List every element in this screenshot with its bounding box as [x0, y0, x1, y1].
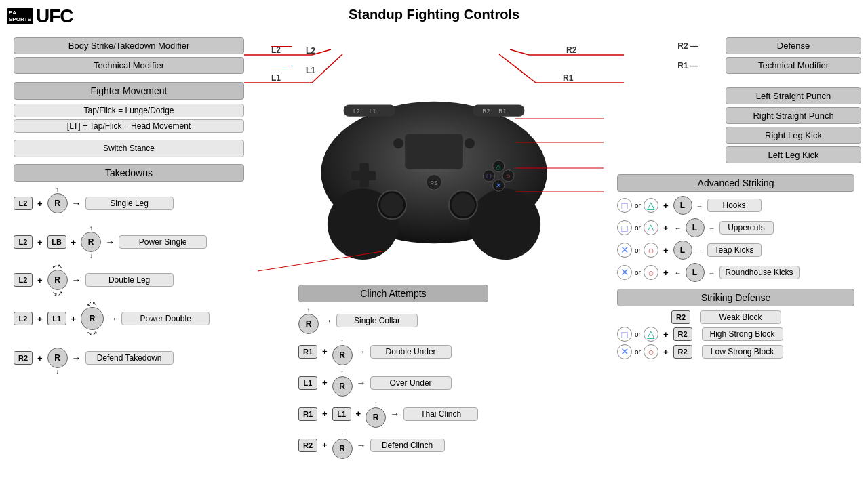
- cross-icon-roundhouse: ✕: [617, 265, 632, 280]
- single-collar-row: ↑ R → Single Collar: [298, 306, 495, 334]
- r-stick-du: R: [332, 345, 353, 365]
- weak-block-label: Weak Block: [700, 310, 781, 324]
- over-under-label: Over Under: [370, 376, 452, 390]
- controller-svg: L2 L1 R2 R1 △ □ ○ ✕ PS: [298, 58, 570, 274]
- triangle-icon-uppercuts: △: [644, 220, 658, 235]
- defend-clinch-label: Defend Clinch: [370, 439, 445, 452]
- single-leg-label: Single Leg: [85, 197, 174, 210]
- over-under-row: L1 + ↑ R → Over Under: [298, 369, 495, 396]
- svg-point-2: [469, 188, 540, 260]
- hooks-label: Hooks: [707, 199, 762, 212]
- left-section: Body Strike/Takedown Modifier L2 Technic…: [14, 37, 271, 375]
- svg-point-10: [393, 138, 403, 148]
- left-leg-kick-label: Left Leg Kick: [726, 146, 861, 163]
- double-under-label: Double Under: [370, 345, 452, 359]
- power-single-row: L2 + LB + ↑ R ↓ → Power Single: [14, 224, 271, 260]
- tap-flick-label: Tap/Flick = Lunge/Dodge: [14, 104, 244, 117]
- advanced-striking-header: Advanced Striking: [617, 174, 854, 192]
- triangle-icon-hsb: △: [644, 327, 658, 342]
- triangle-icon-hooks: △: [644, 198, 658, 213]
- r-stick-ou: R: [332, 376, 353, 396]
- r1-btn-tc: R1: [298, 407, 317, 421]
- l-stick-uppercuts: L: [686, 218, 705, 237]
- right-section: R2 — Defense R1 — Technical Modifier Lef…: [617, 37, 861, 359]
- weak-block-row: R2 Weak Block: [617, 310, 861, 324]
- high-strong-block-row: □ or △ + R2 High Strong Block: [617, 327, 861, 342]
- r-stick-1: R: [47, 193, 68, 214]
- body-modifier-label: Body Strike/Takedown Modifier: [14, 37, 244, 54]
- l-stick-hooks: L: [673, 196, 692, 215]
- low-strong-block-row: ✕ or ○ + R2 Low Strong Block: [617, 344, 861, 359]
- defend-takedown-label: Defend Takedown: [85, 351, 174, 365]
- l1-btn-pd: L1: [47, 312, 66, 325]
- lb-btn: LB: [47, 235, 66, 249]
- svg-point-25: [452, 193, 475, 216]
- thai-clinch-label: Thai Clinch: [403, 407, 478, 421]
- svg-text:L2: L2: [353, 108, 360, 115]
- striking-defense-header: Striking Defense: [617, 289, 854, 306]
- ufc-text: UFC: [36, 5, 73, 27]
- r-stick-5: R: [47, 348, 68, 368]
- defense-label: Defense: [726, 37, 861, 54]
- l-stick-teap: L: [673, 241, 692, 260]
- left-straight-label: Left Straight Punch: [726, 87, 861, 104]
- double-leg-label: Double Leg: [85, 273, 174, 287]
- svg-text:○: ○: [506, 172, 510, 180]
- power-single-label: Power Single: [119, 235, 207, 249]
- circle-icon-roundhouse: ○: [644, 265, 658, 280]
- logo: EASPORTS UFC: [7, 5, 73, 27]
- r2-btn-dc: R2: [298, 439, 317, 452]
- r-stick-3: R: [47, 270, 68, 290]
- svg-point-23: [380, 193, 403, 216]
- thai-clinch-row: R1 + L1 + ↑ R → Thai Clinch: [298, 400, 495, 428]
- svg-text:L2: L2: [271, 45, 281, 55]
- r-stick-sc: R: [298, 314, 319, 334]
- roundhouse-kicks-label: Roundhouse Kicks: [719, 266, 800, 279]
- technical-modifier-right-label: Technical Modifier: [726, 57, 861, 74]
- svg-text:△: △: [496, 163, 501, 170]
- l2-btn-1: L2: [14, 197, 33, 210]
- fighter-movement-header: Fighter Movement: [14, 82, 244, 100]
- svg-text:L1: L1: [370, 108, 376, 115]
- r-stick-dc: R: [332, 439, 353, 459]
- power-double-label: Power Double: [121, 312, 210, 325]
- svg-text:L1: L1: [271, 73, 281, 83]
- defend-clinch-row: R2 + ↑ R → Defend Clinch: [298, 431, 495, 459]
- uppercuts-row: □ or △ + ← L → Uppercuts: [617, 218, 861, 237]
- l1-btn-tc: L1: [332, 407, 351, 421]
- r2-btn-lsb: R2: [673, 345, 692, 359]
- l-stick-roundhouse: L: [686, 263, 705, 282]
- cross-icon-lsb: ✕: [617, 344, 632, 359]
- clinch-section: Clinch Attempts ↑ R → Single Collar R1 +…: [298, 285, 495, 459]
- r2-btn-wb: R2: [671, 310, 690, 324]
- page-title: Standup Fighting Controls: [0, 0, 868, 26]
- teap-kicks-label: Teap Kicks: [707, 243, 762, 257]
- svg-point-11: [465, 138, 475, 148]
- svg-text:□: □: [487, 172, 492, 180]
- r-stick-tc: R: [366, 407, 386, 428]
- hooks-row: □ or △ + L → Hooks: [617, 196, 861, 215]
- svg-rect-13: [351, 171, 376, 180]
- r2-btn-hsb: R2: [673, 327, 692, 341]
- svg-text:✕: ✕: [496, 182, 501, 189]
- low-strong-block-label: Low Strong Block: [702, 345, 783, 359]
- high-strong-block-label: High Strong Block: [702, 327, 783, 341]
- double-under-row: R1 + ↑ R → Double Under: [298, 338, 495, 365]
- double-leg-row: L2 + ↙↖ R ↘↗ → Double Leg: [14, 263, 271, 297]
- l2-btn-4: L2: [14, 312, 33, 325]
- defend-takedown-row: R2 + ↑ R ↓ → Defend Takedown: [14, 340, 271, 375]
- teap-kicks-row: ✕ or ○ + L → Teap Kicks: [617, 241, 861, 260]
- right-leg-kick-label: Right Leg Kick: [726, 127, 861, 144]
- clinch-header: Clinch Attempts: [298, 285, 488, 302]
- square-icon-uppercuts: □: [617, 220, 632, 235]
- switch-stance-label: Switch Stance: [14, 140, 244, 157]
- svg-rect-9: [405, 134, 463, 169]
- l2-btn-2: L2: [14, 235, 33, 249]
- svg-text:PS: PS: [430, 180, 438, 186]
- right-straight-label: Right Straight Punch: [726, 107, 861, 124]
- square-icon-hooks: □: [617, 198, 632, 213]
- ea-badge: EASPORTS: [7, 8, 33, 25]
- controller-image-area: L2 L1 R2 R1 △ □ ○ ✕ PS: [292, 41, 576, 291]
- circle-icon-lsb: ○: [644, 344, 658, 359]
- cross-icon-teap: ✕: [617, 243, 632, 258]
